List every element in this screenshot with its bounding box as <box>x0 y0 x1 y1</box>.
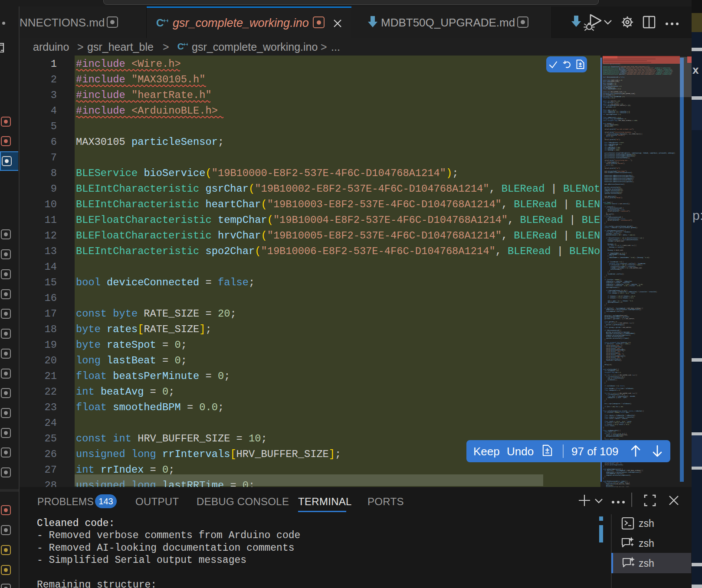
svg-text:++: ++ <box>183 42 188 47</box>
svg-text:++: ++ <box>163 17 168 24</box>
